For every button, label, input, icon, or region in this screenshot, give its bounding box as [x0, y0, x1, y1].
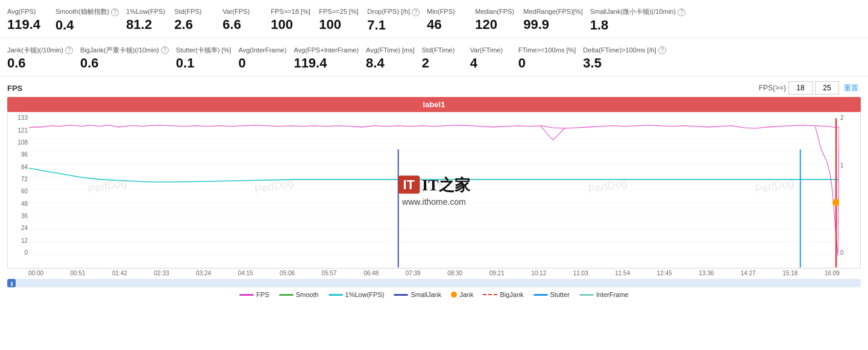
metric-label-1pct-low: 1%Low(FPS) [126, 7, 165, 16]
metric-smooth: Smooth(稳帧指数) ? 0.4 [55, 5, 126, 36]
metric-value-avg-fps: 119.4 [7, 17, 40, 33]
metric-drop-fps: Drop(FPS) [/h] ? 7.1 [367, 5, 427, 36]
metric-value-median-fps: 120 [475, 17, 497, 33]
metric-median-fps: Median(FPS) 120 [475, 5, 523, 35]
metric-ftime-ge100: FTime>=100ms [%] 0 [518, 43, 583, 73]
smooth-legend: Smooth [279, 291, 319, 298]
chart-canvas: PerfDog PerfDog PerfDog PerfDog PerfDog [29, 112, 839, 268]
metric-std-ftime: Std(FTime) 2 [422, 43, 470, 73]
metric-value-avg-fps-interframe: 119.4 [294, 55, 327, 71]
metric-var-ftime: Var(FTime) 4 [470, 43, 518, 73]
metric-std-fps: Std(FPS) 2.6 [174, 5, 222, 35]
legend-label-big-jank-legend: BigJank [500, 291, 523, 298]
x-axis: 00:0000:5101:4202:3303:2404:1505:0605:57… [28, 269, 840, 278]
metric-value-1pct-low: 81.2 [126, 17, 152, 33]
metric-value-fps-ge18: 100 [271, 17, 293, 33]
metric-label-fps-ge18: FPS>=18 [%] [271, 7, 310, 16]
x-tick: 13:36 [699, 270, 714, 277]
fps-threshold-2[interactable] [815, 81, 839, 95]
chart-title: FPS [7, 84, 22, 93]
metric-value-fps-ge25: 100 [319, 17, 341, 33]
y-axis-right: 2 1 0 [839, 112, 860, 268]
metric-avg-fps-interframe: Avg(FPS+InterFrame) 119.4 [294, 43, 366, 73]
x-tick: 06:48 [363, 270, 379, 277]
metric-label-delta-ftime: Delta(FTime)>100ms [/h] ? [583, 46, 666, 55]
metric-value-std-fps: 2.6 [174, 17, 193, 33]
x-tick: 02:33 [154, 270, 169, 277]
legend-dot-jank-legend [451, 292, 457, 298]
metric-value-avg-ftime: 8.4 [366, 55, 385, 71]
metric-value-smooth: 0.4 [55, 17, 74, 33]
metric-value-avg-interframe: 0 [239, 55, 246, 71]
metric-medrange-fps: MedRange(FPS)[%] 99.9 [523, 5, 590, 35]
svg-text:PerfDog: PerfDog [87, 177, 128, 196]
metric-value-drop-fps: 7.1 [367, 17, 386, 33]
x-tick: 14:27 [741, 270, 756, 277]
metric-min-fps: Min(FPS) 46 [427, 5, 475, 35]
stutter-legend: Stutter [533, 291, 570, 298]
metric-label-avg-ftime: Avg(FTime) [ms] [366, 46, 415, 54]
x-tick: 03:24 [196, 270, 211, 277]
fps-ge-label: FPS(>=) [759, 84, 786, 92]
metric-value-small-jank: 1.8 [590, 17, 609, 33]
legend-label-small-jank-legend: SmallJank [410, 291, 441, 298]
metric-label-var-fps: Var(FPS) [222, 7, 250, 16]
metric-label-avg-fps: Avg(FPS) [7, 7, 36, 16]
metrics-row-2: Jank(卡顿)(/10min) ? 0.6 BigJank(严重卡顿)(/10… [7, 43, 861, 74]
legend-dash-big-jank-legend [483, 294, 497, 295]
metric-label-ftime-ge100: FTime>=100ms [%] [518, 46, 576, 54]
big-jank-legend: BigJank [483, 291, 523, 298]
x-tick: 04:15 [238, 270, 253, 277]
metric-label-avg-fps-interframe: Avg(FPS+InterFrame) [294, 46, 359, 54]
metric-avg-interframe: Avg(InterFrame) 0 [239, 43, 294, 73]
metrics-section-2: Jank(卡顿)(/10min) ? 0.6 BigJank(严重卡顿)(/10… [0, 39, 868, 77]
metric-label-big-jank: BigJank(严重卡顿)(/10min) ? [80, 46, 169, 55]
legend-line-1pct-legend [329, 294, 343, 296]
x-tick: 12:45 [657, 270, 672, 277]
x-tick: 10:12 [531, 270, 546, 277]
fps-legend: FPS [239, 291, 269, 298]
scrollbar-thumb[interactable] [7, 279, 16, 287]
metric-label-small-jank: SmallJank(微小卡顿)(/10min) ? [590, 7, 685, 16]
metric-value-jank: 0.6 [7, 55, 26, 71]
small-jank-legend: SmallJank [394, 291, 441, 298]
metric-label-min-fps: Min(FPS) [427, 7, 454, 16]
legend-area: FPSSmooth1%Low(FPS)SmallJankJankBigJankS… [7, 289, 861, 299]
info-icon-${m.id}[interactable]: ? [678, 8, 685, 16]
legend-line-interframe-legend [579, 294, 594, 296]
metric-label-drop-fps: Drop(FPS) [/h] ? [367, 7, 420, 16]
legend-label-smooth-legend: Smooth [296, 291, 319, 298]
chart-header: FPS FPS(>=) 重置 [7, 81, 861, 95]
info-icon-${m.id}[interactable]: ? [65, 46, 73, 54]
fps-threshold-1[interactable] [788, 81, 813, 95]
x-tick: 11:03 [573, 270, 588, 277]
scrollbar[interactable] [7, 279, 861, 287]
metric-small-jank: SmallJank(微小卡顿)(/10min) ? 1.8 [590, 5, 693, 36]
info-icon-${m.id}[interactable]: ? [111, 8, 119, 16]
metrics-section-1: Avg(FPS) 119.4 Smooth(稳帧指数) ? 0.4 1%Low(… [0, 0, 868, 39]
y-axis-left: 13312110896847260483624120 [8, 112, 29, 268]
metric-1pct-low: 1%Low(FPS) 81.2 [126, 5, 174, 35]
metric-avg-ftime: Avg(FTime) [ms] 8.4 [366, 43, 422, 73]
x-tick: 05:06 [280, 270, 295, 277]
metric-value-delta-ftime: 3.5 [583, 55, 602, 71]
info-icon-${m.id}[interactable]: ? [658, 46, 666, 54]
info-icon-${m.id}[interactable]: ? [412, 8, 420, 16]
metric-label-std-fps: Std(FPS) [174, 7, 201, 16]
metric-label-median-fps: Median(FPS) [475, 7, 514, 16]
legend-label-1pct-legend: 1%Low(FPS) [345, 291, 385, 298]
metric-label-var-ftime: Var(FTime) [470, 46, 503, 54]
metric-delta-ftime: Delta(FTime)>100ms [/h] ? 3.5 [583, 43, 673, 74]
metric-value-stutter: 0.1 [176, 55, 195, 71]
metric-value-std-ftime: 2 [422, 55, 429, 71]
reset-button[interactable]: 重置 [841, 83, 861, 93]
x-tick: 00:00 [28, 270, 43, 277]
metric-label-stutter: Stutter(卡顿率) [%] [176, 46, 231, 54]
info-icon-${m.id}[interactable]: ? [161, 46, 169, 54]
1pct-legend: 1%Low(FPS) [329, 291, 385, 298]
fps-controls: FPS(>=) 重置 [759, 81, 861, 95]
metric-avg-fps: Avg(FPS) 119.4 [7, 5, 55, 35]
metric-fps-ge25: FPS>=25 [%] 100 [319, 5, 367, 35]
metric-value-var-ftime: 4 [470, 55, 477, 71]
x-tick: 01:42 [112, 270, 127, 277]
